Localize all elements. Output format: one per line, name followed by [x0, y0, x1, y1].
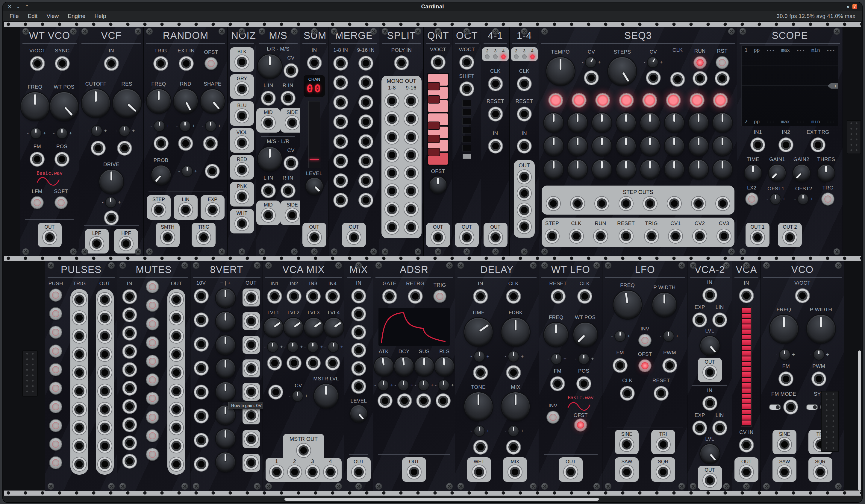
module-4-1[interactable]: 4-1234CLKRESETINOUT: [481, 27, 510, 256]
freq-knob[interactable]: [147, 89, 171, 113]
knob-knob[interactable]: [544, 137, 563, 156]
out-1-jack[interactable]: [750, 230, 765, 245]
in-jack[interactable]: [122, 289, 137, 304]
10v-jack[interactable]: [194, 409, 209, 423]
jack-jack[interactable]: [287, 355, 301, 371]
tempo-knob[interactable]: [546, 57, 575, 85]
trim-knob[interactable]: [206, 121, 216, 131]
1-8-in-jack[interactable]: [333, 154, 348, 168]
module-vca-2[interactable]: VCA-2INEXPLINLVLOUTINEXPLINLVLOUT: [687, 261, 733, 491]
in1-jack[interactable]: [267, 289, 282, 304]
smth-jack[interactable]: [160, 230, 175, 245]
knob-knob[interactable]: [689, 160, 708, 179]
ext-trg-jack[interactable]: [810, 137, 826, 152]
9-16-in-jack[interactable]: [358, 56, 373, 71]
jack-jack[interactable]: [153, 136, 169, 151]
gain-knob[interactable]: [216, 312, 235, 331]
out-jack[interactable]: [346, 230, 361, 245]
r-in-jack[interactable]: [280, 183, 296, 198]
jack-jack[interactable]: [473, 365, 488, 380]
blu-jack[interactable]: [234, 108, 250, 123]
mute-button[interactable]: [147, 374, 158, 386]
octave-slider[interactable]: [462, 100, 471, 159]
mute-button[interactable]: [50, 364, 62, 376]
9-16-in-jack[interactable]: [358, 173, 373, 188]
9-16-jack[interactable]: [404, 220, 418, 235]
jack-jack[interactable]: [397, 393, 412, 408]
saw-jack[interactable]: [619, 465, 634, 479]
step-out-jack[interactable]: [643, 196, 658, 211]
module-delay[interactable]: DELAYINCLKTIMEFDBK-+-+TONEMIX-+-+WETMIX: [455, 261, 539, 491]
out-jack[interactable]: [244, 337, 259, 352]
trim-knob[interactable]: [474, 351, 484, 362]
knob-knob[interactable]: [592, 137, 611, 156]
viol-jack[interactable]: [234, 135, 250, 150]
reset-jack[interactable]: [488, 107, 503, 121]
sus-knob[interactable]: [415, 357, 434, 376]
trim-knob[interactable]: [106, 197, 116, 208]
v-oct-jack[interactable]: [459, 55, 474, 70]
1-8-jack[interactable]: [384, 93, 400, 108]
gry-jack[interactable]: [234, 81, 250, 96]
gain-knob[interactable]: [216, 336, 235, 355]
jack-jack[interactable]: [506, 365, 521, 380]
out-jack[interactable]: [244, 432, 259, 447]
trim-knob[interactable]: [328, 342, 338, 352]
trig-jack[interactable]: [72, 347, 87, 362]
out-jack[interactable]: [702, 365, 717, 380]
1-8-jack[interactable]: [384, 202, 400, 217]
out-jack[interactable]: [702, 473, 717, 488]
jack-jack[interactable]: [104, 210, 119, 225]
trim-knob[interactable]: [154, 121, 164, 131]
out-jack[interactable]: [97, 329, 112, 343]
menu-item-help[interactable]: Help: [94, 13, 106, 20]
gain-knob[interactable]: [216, 429, 235, 448]
module-vca[interactable]: VCAINCV INOUT: [732, 261, 761, 491]
out-jack[interactable]: [488, 230, 503, 245]
step-out-jack[interactable]: [570, 196, 585, 211]
out-jack[interactable]: [97, 365, 112, 380]
push-button[interactable]: [716, 57, 728, 69]
pwm-jack[interactable]: [811, 372, 826, 386]
module-scope[interactable]: SCOPE1pp---max---min---T2pp---max---min-…: [737, 27, 843, 256]
in-jack[interactable]: [122, 326, 137, 341]
trim-knob[interactable]: [308, 342, 318, 352]
in-jack[interactable]: [351, 379, 366, 394]
step-out-jack[interactable]: [619, 196, 634, 211]
1-8-jack[interactable]: [384, 130, 400, 144]
exp-jack[interactable]: [692, 421, 707, 435]
step-out-jack[interactable]: [594, 196, 609, 211]
9-16-jack[interactable]: [404, 202, 418, 217]
tri-jack[interactable]: [656, 437, 671, 452]
p-width-knob[interactable]: [807, 315, 835, 343]
mute-button[interactable]: [50, 401, 62, 413]
jack-jack[interactable]: [646, 70, 661, 85]
close-button[interactable]: ✕: [8, 4, 12, 9]
10v-jack[interactable]: [194, 289, 209, 304]
out-jack[interactable]: [97, 438, 112, 454]
jack-jack[interactable]: [203, 136, 218, 151]
jack-jack[interactable]: [517, 186, 532, 201]
trim-knob[interactable]: [474, 426, 484, 436]
in-jack[interactable]: [739, 288, 754, 303]
knob-knob[interactable]: [568, 160, 587, 179]
in-jack[interactable]: [517, 139, 532, 154]
module-vco[interactable]: VCOV/OCTFREQP WIDTH-+-+FMPWMFM MODESYNCS…: [761, 261, 844, 491]
mstr-out-jack[interactable]: [296, 443, 311, 458]
9-16-in-jack[interactable]: [358, 75, 373, 90]
out-jack[interactable]: [169, 457, 184, 472]
out-jack[interactable]: [169, 365, 184, 380]
trim-knob[interactable]: [615, 331, 625, 341]
trim-knob[interactable]: [292, 391, 303, 401]
l-in-jack[interactable]: [261, 91, 276, 106]
trig-jack[interactable]: [72, 457, 87, 472]
mute-button[interactable]: [147, 281, 158, 293]
maximize-button[interactable]: ⌃: [25, 4, 29, 9]
1-8-jack[interactable]: [384, 148, 400, 163]
trim-knob[interactable]: [780, 350, 790, 360]
lvl3-knob[interactable]: [304, 318, 323, 337]
reset-jack[interactable]: [551, 289, 566, 304]
fm-jack[interactable]: [613, 358, 627, 373]
jack-jack[interactable]: [693, 71, 707, 86]
red-jack[interactable]: [234, 162, 250, 177]
